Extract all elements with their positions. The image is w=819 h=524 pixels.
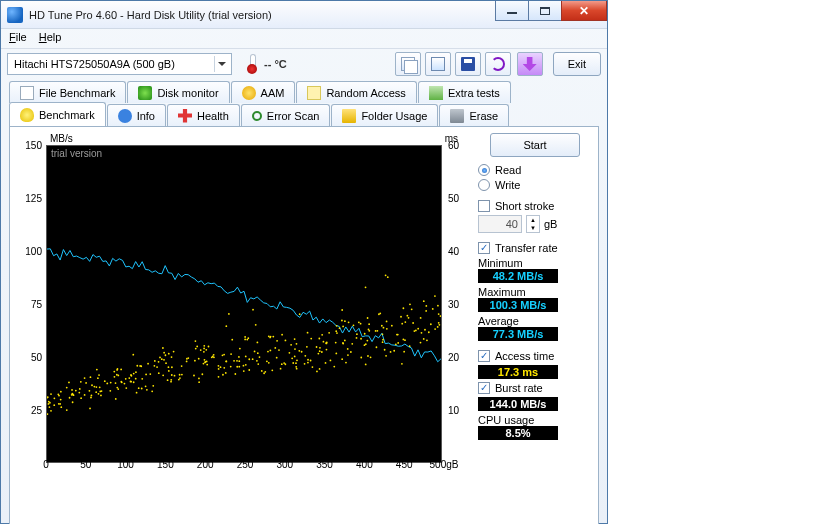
- svg-point-20: [72, 401, 74, 403]
- svg-point-14: [60, 391, 62, 393]
- svg-point-314: [396, 334, 398, 336]
- close-button[interactable]: ✕: [561, 1, 607, 21]
- svg-point-140: [198, 381, 200, 383]
- read-label: Read: [495, 164, 521, 176]
- svg-point-159: [213, 354, 215, 356]
- svg-point-69: [106, 383, 108, 385]
- short-stroke-check[interactable]: [478, 200, 490, 212]
- chevron-down-icon: [214, 56, 228, 72]
- svg-point-1: [49, 406, 51, 408]
- tab-random-access[interactable]: Random Access: [296, 81, 416, 103]
- svg-point-91: [163, 352, 165, 354]
- minimum-value: 48.2 MB/s: [478, 269, 558, 283]
- tab-error-scan[interactable]: Error Scan: [241, 104, 331, 126]
- trial-watermark: trial version: [51, 148, 102, 159]
- transfer-rate-check[interactable]: [478, 242, 490, 254]
- tab-disk-monitor[interactable]: Disk monitor: [127, 81, 229, 103]
- svg-point-48: [89, 408, 91, 410]
- svg-point-31: [71, 393, 73, 395]
- svg-point-77: [125, 387, 127, 389]
- svg-point-281: [360, 338, 362, 340]
- svg-point-36: [95, 391, 97, 393]
- svg-point-10: [53, 397, 55, 399]
- svg-point-280: [345, 362, 347, 364]
- svg-point-147: [220, 366, 222, 368]
- menu-file[interactable]: File: [9, 31, 27, 46]
- copy-screenshot-button[interactable]: [425, 52, 451, 76]
- exit-button[interactable]: Exit: [553, 52, 601, 76]
- svg-point-296: [367, 317, 369, 319]
- svg-point-111: [168, 353, 170, 355]
- tab-folder-usage[interactable]: Folder Usage: [331, 104, 438, 126]
- svg-point-303: [376, 330, 378, 332]
- copy-info-button[interactable]: [395, 52, 421, 76]
- svg-point-29: [68, 382, 70, 384]
- svg-point-119: [171, 356, 173, 358]
- svg-point-261: [333, 366, 335, 368]
- svg-point-324: [402, 307, 404, 309]
- svg-point-307: [391, 325, 393, 327]
- tab-benchmark[interactable]: Benchmark: [9, 102, 106, 126]
- svg-point-122: [167, 379, 169, 381]
- svg-point-51: [96, 369, 98, 371]
- svg-point-62: [109, 390, 111, 392]
- svg-point-161: [212, 356, 214, 358]
- read-radio[interactable]: [478, 164, 490, 176]
- burst-rate-label: Burst rate: [495, 382, 543, 394]
- svg-point-205: [276, 340, 278, 342]
- svg-point-279: [347, 354, 349, 356]
- refresh-button[interactable]: [485, 52, 511, 76]
- short-stroke-spinner[interactable]: ▲▼: [526, 215, 540, 233]
- tab-file-benchmark[interactable]: File Benchmark: [9, 81, 126, 103]
- svg-point-183: [254, 350, 256, 352]
- svg-point-330: [401, 323, 403, 325]
- svg-point-301: [364, 333, 366, 335]
- svg-point-175: [225, 372, 227, 374]
- svg-point-342: [424, 329, 426, 331]
- svg-point-283: [342, 343, 344, 345]
- svg-point-130: [203, 351, 205, 353]
- svg-point-359: [423, 338, 425, 340]
- svg-point-124: [179, 377, 181, 379]
- svg-point-295: [368, 323, 370, 325]
- svg-point-131: [193, 375, 195, 377]
- svg-point-114: [170, 379, 172, 381]
- svg-point-137: [186, 358, 188, 360]
- save-button[interactable]: [455, 52, 481, 76]
- svg-point-186: [259, 356, 261, 358]
- svg-point-316: [387, 276, 389, 278]
- download-button[interactable]: [517, 52, 543, 76]
- svg-point-318: [397, 342, 399, 344]
- svg-point-156: [204, 362, 206, 364]
- svg-point-230: [283, 362, 285, 364]
- tab-aam[interactable]: AAM: [231, 81, 296, 103]
- svg-point-233: [290, 344, 292, 346]
- svg-point-83: [130, 381, 132, 383]
- title-bar[interactable]: HD Tune Pro 4.60 - Hard Disk Utility (tr…: [1, 1, 607, 29]
- tab-extra-tests[interactable]: Extra tests: [418, 81, 511, 103]
- menu-help[interactable]: Help: [39, 31, 62, 46]
- start-button[interactable]: Start: [490, 133, 580, 157]
- svg-point-59: [121, 381, 123, 383]
- svg-point-250: [321, 334, 323, 336]
- access-time-label: Access time: [495, 350, 554, 362]
- tab-erase[interactable]: Erase: [439, 104, 509, 126]
- svg-point-349: [421, 332, 423, 334]
- tab-info[interactable]: Info: [107, 104, 166, 126]
- tab-health[interactable]: Health: [167, 104, 240, 126]
- write-radio[interactable]: [478, 179, 490, 191]
- burst-rate-check[interactable]: [478, 382, 490, 394]
- svg-point-354: [434, 328, 436, 330]
- x-axis: 050100150200250300350400450500gB: [46, 459, 444, 473]
- access-time-check[interactable]: [478, 350, 490, 362]
- svg-point-165: [231, 339, 233, 341]
- svg-point-108: [181, 374, 183, 376]
- svg-point-212: [270, 336, 272, 338]
- svg-point-290: [367, 355, 369, 357]
- drive-dropdown[interactable]: Hitachi HTS725050A9A (500 gB): [7, 53, 232, 75]
- svg-point-192: [248, 369, 250, 371]
- minimize-button[interactable]: [495, 1, 529, 21]
- svg-point-113: [181, 365, 183, 367]
- svg-point-325: [420, 342, 422, 344]
- maximize-button[interactable]: [528, 1, 562, 21]
